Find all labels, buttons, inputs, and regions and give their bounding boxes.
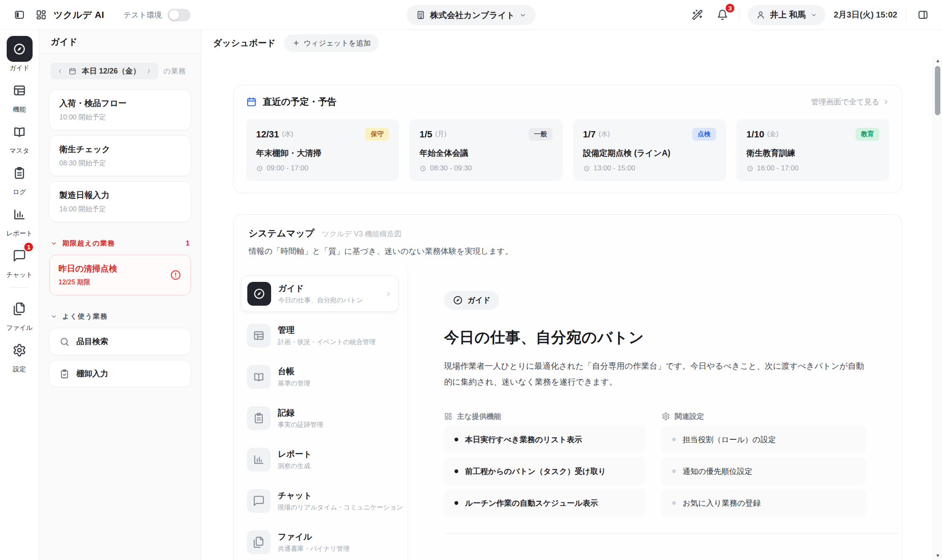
module-item-management[interactable]: 管理 計画・状況・イベントの統合管理: [241, 318, 399, 353]
event-category-badge: 点検: [692, 128, 716, 141]
event-date: 12/31: [256, 129, 279, 140]
rail-item-functions[interactable]: 機能: [7, 77, 33, 114]
nav-rail: ガイド 機能 マスタ ログ レポート 1 チャット ファイル 設定: [0, 30, 39, 560]
add-widget-button[interactable]: ウィジェットを追加: [284, 34, 379, 52]
task-card[interactable]: 入荷・検品フロー 10:00 開始予定: [49, 89, 191, 130]
module-detail-title: 今日の仕事、自分宛のバトン: [444, 327, 902, 348]
apps-menu-button[interactable]: [33, 7, 49, 23]
favorites-section-title: よく使う業務: [62, 312, 108, 321]
task-card[interactable]: 製造日報入力 16:00 開始予定: [49, 181, 191, 222]
setting-item[interactable]: 担当役割（ロール）の設定: [662, 426, 866, 453]
setting-item[interactable]: お気に入り業務の登録: [662, 489, 866, 517]
scrollbar-thumb[interactable]: [935, 66, 940, 115]
module-item-records[interactable]: 記録 事実の証跡管理: [241, 400, 399, 436]
favorites-section-header[interactable]: よく使う業務: [51, 312, 190, 321]
overdue-task-due: 12/25 期限: [58, 278, 117, 287]
module-item-ledger[interactable]: 台帳 基準の管理: [241, 359, 399, 395]
favorite-item-search[interactable]: 品目検索: [49, 328, 191, 355]
ai-assist-button[interactable]: [689, 7, 706, 23]
overdue-task-title: 昨日の清掃点検: [58, 263, 117, 274]
module-detail-panel: ガイド 今日の仕事、自分宛のバトン 現場作業者一人ひとりに最適化された「自分専用…: [408, 267, 902, 560]
rail-item-chat[interactable]: 1 チャット: [6, 243, 33, 279]
user-menu[interactable]: 井上 和馬: [748, 5, 825, 25]
book-icon: [253, 371, 265, 383]
module-item-chat[interactable]: チャット 現場のリアルタイム・コミュニケーション: [241, 483, 399, 519]
panel-left-icon: [14, 9, 25, 20]
rail-item-log[interactable]: ログ: [7, 160, 33, 197]
chevron-down-icon: [519, 12, 526, 19]
test-env-label: テスト環境: [124, 10, 162, 20]
task-title: 衛生チェック: [59, 144, 181, 155]
module-item-report[interactable]: レポート 洞察の生成: [241, 442, 399, 477]
panel-right-icon: [917, 9, 929, 20]
event-card[interactable]: 1/5 (月) 一般 年始全体会議 08:30 - 09:30: [409, 119, 562, 181]
rail-item-master[interactable]: マスタ: [7, 119, 33, 155]
gear-icon: [662, 412, 670, 421]
bullet: [672, 501, 676, 505]
favorite-item-inventory[interactable]: 棚卸入力: [49, 360, 191, 388]
alert-circle-icon: [170, 269, 182, 281]
event-title: 年始全体会議: [419, 147, 552, 159]
scrollbar[interactable]: ▲ ▼: [933, 56, 942, 560]
event-card[interactable]: 1/10 (金) 教育 衛生教育訓練 16:00 - 17:00: [736, 119, 889, 181]
bullet: [454, 469, 458, 473]
feature-item[interactable]: ルーチン作業の自動スケジュール表示: [444, 489, 645, 517]
company-selector[interactable]: 株式会社カンブライト: [406, 5, 536, 25]
setting-item[interactable]: 通知の優先順位設定: [662, 457, 866, 485]
system-map-widget: システムマップ ツクルデ V3 機能構造図 情報の「時間軸」と「質」に基づき、迷…: [233, 214, 902, 560]
panel-header: ガイド: [39, 30, 201, 53]
features-column-header: 主な提供機能: [444, 411, 645, 421]
overdue-section-title: 期限超えの業務: [62, 239, 115, 248]
task-time: 08:30 開始予定: [59, 159, 181, 168]
files-icon: [13, 302, 26, 316]
event-date: 1/5: [419, 129, 432, 140]
task-card[interactable]: 衛生チェック 08:30 開始予定: [49, 135, 191, 176]
event-date: 1/7: [583, 129, 596, 140]
event-category-badge: 一般: [529, 128, 553, 141]
event-category-badge: 教育: [856, 128, 879, 141]
date-navigator[interactable]: 本日 12/26（金）: [51, 63, 158, 79]
clipboard-icon: [253, 412, 265, 424]
feature-item[interactable]: 前工程からのバトン（タスク）受け取り: [444, 457, 645, 485]
feature-item[interactable]: 本日実行すべき業務のリスト表示: [444, 426, 645, 453]
bullet: [672, 438, 676, 441]
chevron-down-icon: [51, 313, 57, 320]
event-card[interactable]: 1/7 (水) 点検 設備定期点検 (ラインA) 13:00 - 15:00: [573, 119, 726, 181]
user-icon: [756, 10, 765, 20]
divider: [739, 9, 739, 21]
scroll-up-arrow[interactable]: ▲: [933, 56, 942, 65]
rail-item-report[interactable]: レポート: [6, 201, 33, 238]
event-weekday: (金): [767, 130, 779, 139]
overdue-section-header[interactable]: 期限超えの業務 1: [51, 239, 190, 248]
search-icon: [59, 337, 70, 347]
notification-count-badge: 3: [725, 3, 735, 13]
notifications-button[interactable]: 3: [714, 7, 731, 23]
rail-item-files[interactable]: ファイル: [6, 296, 33, 332]
module-item-files[interactable]: ファイル 共通書庫・バイナリ管理: [241, 525, 399, 560]
clock-icon: [583, 165, 590, 172]
chevron-right-icon: [883, 99, 889, 105]
sidebar-toggle-button[interactable]: [11, 7, 28, 23]
scroll-down-arrow[interactable]: ▼: [933, 551, 942, 560]
bar-chart-icon: [13, 208, 26, 221]
guide-panel: ガイド 本日 12/26（金） の業務 入荷・検品フロー 10:00 開始予定 …: [39, 30, 201, 560]
event-card[interactable]: 12/31 (水) 保守 年末棚卸・大清掃 09:00 - 17:00: [246, 119, 399, 181]
task-title: 製造日報入力: [59, 190, 181, 201]
schedule-see-all-link[interactable]: 管理画面で全て見る: [811, 97, 889, 107]
chevron-left-icon[interactable]: [57, 68, 63, 74]
event-category-badge: 保守: [365, 128, 389, 141]
right-panel-toggle-button[interactable]: [914, 7, 931, 23]
module-list: ガイド 今日の仕事、自分宛のバトン 管理 計画・状況・イベントの統合管理 台帳: [234, 267, 408, 560]
rail-item-settings[interactable]: 設定: [7, 337, 33, 374]
chevron-right-icon: [385, 290, 392, 298]
chevron-right-icon[interactable]: [146, 68, 152, 74]
table-icon: [253, 329, 265, 342]
calendar-icon: [69, 67, 76, 75]
company-name: 株式会社カンブライト: [430, 10, 515, 21]
event-time: 08:30 - 09:30: [430, 164, 472, 172]
test-env-toggle[interactable]: [168, 9, 190, 21]
module-item-guide[interactable]: ガイド 今日の仕事、自分宛のバトン: [241, 276, 399, 312]
settings-column-header: 関連設定: [662, 411, 866, 421]
rail-item-guide[interactable]: ガイド: [7, 36, 33, 73]
overdue-task-card[interactable]: 昨日の清掃点検 12/25 期限: [49, 255, 191, 295]
